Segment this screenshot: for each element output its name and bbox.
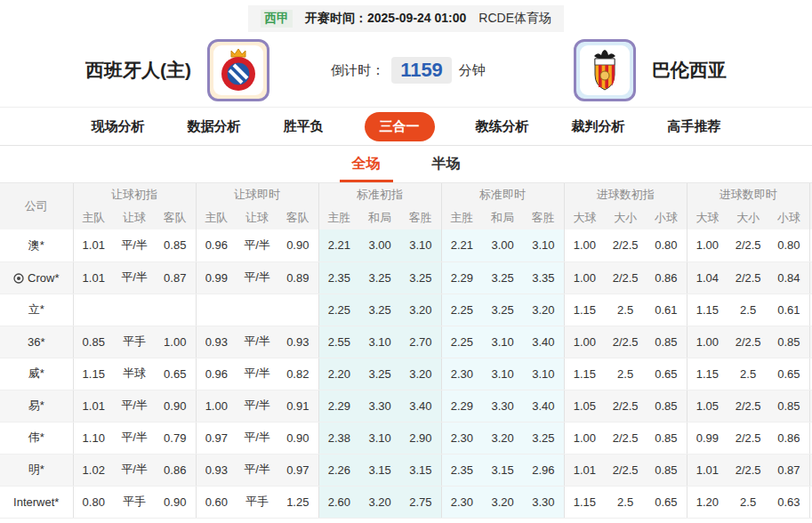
col-header-4-2: 小球 bbox=[646, 206, 687, 229]
col-header-0-1: 让球 bbox=[114, 206, 155, 229]
odds-cell: 3.25 bbox=[359, 358, 400, 390]
odds-cell: 2.29 bbox=[318, 390, 359, 422]
odds-cell: 0.86 bbox=[646, 262, 687, 294]
nav-tab-3[interactable]: 三合一 bbox=[365, 112, 435, 141]
odds-cell: 0.90 bbox=[155, 486, 196, 518]
odds-cell: 0.63 bbox=[768, 486, 809, 518]
nav-tab-0[interactable]: 现场分析 bbox=[90, 113, 147, 141]
odds-cell: 2.25 bbox=[318, 294, 359, 326]
sub-tab-1[interactable]: 半场 bbox=[427, 148, 466, 181]
odds-cell: 3.20 bbox=[400, 358, 441, 390]
odds-cell: 1.00 bbox=[687, 229, 728, 262]
league-badge: 西甲 bbox=[261, 10, 293, 28]
odds-cell: 3.20 bbox=[400, 294, 441, 326]
odds-cell: 2.75 bbox=[400, 486, 441, 518]
col-header-5-2: 小球 bbox=[768, 206, 809, 229]
odds-cell: 3.30 bbox=[482, 390, 523, 422]
col-header-3-0: 主胜 bbox=[441, 206, 482, 229]
odds-cell: 3.40 bbox=[400, 390, 441, 422]
odds-cell: 2/2.5 bbox=[728, 390, 768, 422]
odds-cell: 2/2.5 bbox=[605, 390, 646, 422]
col-header-2-0: 主胜 bbox=[318, 206, 359, 229]
nav-tab-1[interactable]: 数据分析 bbox=[186, 113, 243, 141]
nav-tab-2[interactable]: 胜平负 bbox=[282, 113, 326, 141]
company-label: 易* bbox=[28, 398, 44, 412]
col-header-1-0: 主队 bbox=[196, 206, 237, 229]
company-label: 澳* bbox=[28, 238, 44, 252]
odds-cell: 2.5 bbox=[728, 486, 768, 518]
odds-cell: 2/2.5 bbox=[728, 326, 768, 358]
odds-cell: 2.21 bbox=[441, 229, 482, 262]
odds-cell: 2/2.5 bbox=[605, 326, 646, 358]
odds-cell: 1.10 bbox=[73, 422, 114, 454]
odds-cell: 平/半 bbox=[237, 229, 277, 262]
odds-cell: 平手 bbox=[114, 326, 155, 358]
odds-cell: 3.20 bbox=[359, 486, 400, 518]
odds-cell: 3.25 bbox=[482, 294, 523, 326]
odds-cell: 1.15 bbox=[564, 358, 605, 390]
nav-tab-4[interactable]: 教练分析 bbox=[474, 113, 531, 141]
odds-cell: 1.15 bbox=[564, 486, 605, 518]
odds-cell: 3.40 bbox=[523, 326, 564, 358]
company-label: 明* bbox=[28, 463, 44, 476]
countdown-unit: 分钟 bbox=[459, 62, 486, 79]
odds-cell: 1.01 bbox=[73, 390, 114, 422]
col-header-0-2: 客队 bbox=[155, 206, 196, 229]
odds-cell: 2.26 bbox=[318, 454, 359, 486]
col-header-0-0: 主队 bbox=[73, 206, 114, 229]
col-header-5-1: 大小 bbox=[728, 206, 768, 229]
odds-cell: 2/2.5 bbox=[605, 229, 646, 262]
company-name: 伟* bbox=[0, 422, 73, 454]
odds-cell: 3.25 bbox=[482, 262, 523, 294]
odds-cell: 3.20 bbox=[482, 422, 523, 454]
odds-cell: 1.00 bbox=[155, 326, 196, 358]
valencia-crest-icon bbox=[587, 48, 623, 93]
odds-cell: 2.30 bbox=[441, 486, 482, 518]
odds-cell: 0.60 bbox=[196, 486, 237, 518]
col-header-4-0: 大球 bbox=[564, 206, 605, 229]
odds-cell: 2.25 bbox=[441, 294, 482, 326]
teams-row: 西班牙人(主) 倒计时： 115 bbox=[0, 32, 812, 107]
odds-cell: 1.05 bbox=[564, 390, 605, 422]
odds-cell: 3.15 bbox=[482, 454, 523, 486]
odds-cell: 1.01 bbox=[73, 262, 114, 294]
odds-cell: 0.85 bbox=[155, 229, 196, 262]
odds-cell: 1.04 bbox=[687, 262, 728, 294]
odds-cell: 3.10 bbox=[523, 229, 564, 262]
odds-cell: 0.61 bbox=[646, 294, 687, 326]
odds-cell: 2.29 bbox=[441, 262, 482, 294]
odds-cell: 0.85 bbox=[73, 326, 114, 358]
odds-cell: 2.70 bbox=[400, 326, 441, 358]
odds-cell: 0.85 bbox=[646, 454, 687, 486]
odds-cell: 1.01 bbox=[687, 454, 728, 486]
odds-cell: 0.80 bbox=[768, 229, 809, 262]
nav-tab-6[interactable]: 高手推荐 bbox=[666, 113, 723, 141]
odds-cell: 0.85 bbox=[646, 326, 687, 358]
odds-page: 西甲 开赛时间：2025-09-24 01:00 RCDE体育场 西班牙人(主) bbox=[0, 5, 812, 523]
countdown: 倒计时： 1159 分钟 bbox=[331, 57, 486, 84]
odds-cell: 0.90 bbox=[155, 390, 196, 422]
odds-cell: 0.85 bbox=[646, 422, 687, 454]
sub-tab-0[interactable]: 全场 bbox=[347, 148, 386, 181]
table-row: 威*1.15半球0.650.96平/半0.822.203.253.202.303… bbox=[0, 358, 812, 390]
odds-cell: 1.00 bbox=[564, 229, 605, 262]
odds-cell bbox=[114, 294, 155, 326]
company-label: 威* bbox=[28, 366, 44, 380]
odds-cell bbox=[237, 294, 277, 326]
odds-cell: 0.65 bbox=[768, 358, 809, 390]
col-group-4: 进球数初指 bbox=[564, 183, 687, 206]
odds-cell: 1.15 bbox=[687, 358, 728, 390]
odds-cell: 3.25 bbox=[359, 262, 400, 294]
odds-cell: 3.10 bbox=[400, 229, 441, 262]
odds-cell: 1.05 bbox=[687, 390, 728, 422]
odds-cell: 0.87 bbox=[155, 262, 196, 294]
odds-cell: 0.90 bbox=[277, 422, 318, 454]
odds-cell: 3.25 bbox=[359, 294, 400, 326]
kickoff-time: 开赛时间：2025-09-24 01:00 bbox=[305, 11, 466, 27]
nav-tab-5[interactable]: 裁判分析 bbox=[570, 113, 627, 141]
col-header-5-0: 大球 bbox=[687, 206, 728, 229]
odds-cell: 2.30 bbox=[441, 422, 482, 454]
odds-cell: 2/2.5 bbox=[728, 262, 768, 294]
away-team-logo bbox=[574, 39, 636, 101]
odds-cell: 平/半 bbox=[114, 262, 155, 294]
